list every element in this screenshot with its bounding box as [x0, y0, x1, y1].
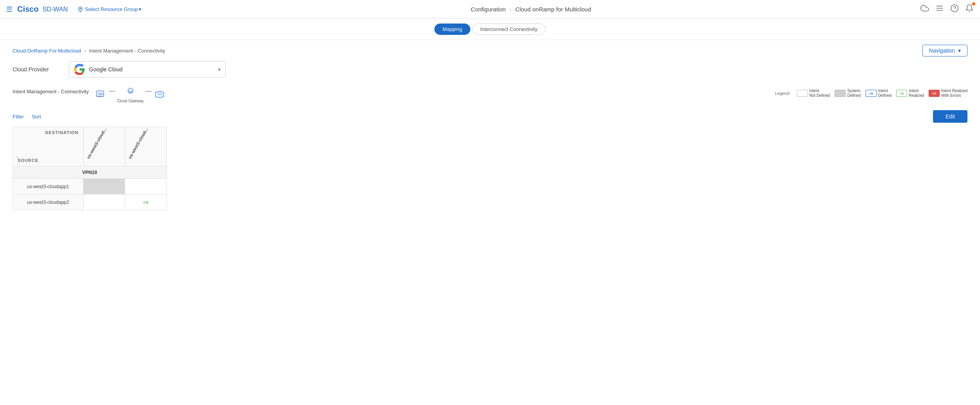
cloud-gateway-node: Cloud Gateway	[117, 85, 143, 103]
filter-sort-group: Filter Sort	[13, 114, 41, 120]
cloud-gateway-label: Cloud Gateway	[117, 99, 143, 103]
cloud-provider-text: Google Cloud	[89, 66, 214, 73]
legend-realized-errors: ⇒ Intent RealizedWith Errors	[929, 89, 967, 98]
cloud-provider-label: Cloud Provider	[13, 66, 60, 73]
legend-box-intent-defined: ⇒	[866, 90, 877, 97]
section-row-vpn10: VPN10	[13, 166, 167, 179]
vpc-node: VPC	[153, 88, 166, 101]
matrix-corner: DESTINATION SOURCE	[13, 127, 83, 166]
legend-box-errors: ⇒	[929, 90, 940, 97]
legend-box-not-defined	[797, 90, 808, 97]
logo-cisco: Cisco	[17, 5, 38, 14]
legend: Legend: IntentNot Defined SystemDefined …	[775, 85, 967, 98]
row-header-0: us-west3-cloudapp1	[13, 179, 83, 194]
location-icon	[77, 6, 83, 13]
resource-group-label: Select Resource Group	[85, 6, 138, 12]
col-header-1: us-west3-cloud...	[125, 127, 167, 166]
realized-arrow-icon: ⇒	[143, 198, 149, 207]
row-header-1: us-west3-cloudapp2	[13, 194, 83, 210]
cell-1-1[interactable]: ⇒	[125, 194, 167, 210]
table-row: us-west3-cloudapp1	[13, 179, 167, 194]
logo: Cisco SD-WAN	[17, 5, 68, 14]
svg-text:VPN: VPN	[98, 93, 103, 95]
resource-group-arrow: ▾	[139, 6, 142, 12]
legend-box-system	[835, 90, 846, 97]
connectivity-matrix: DESTINATION SOURCE us-west3-cloud... us-…	[13, 127, 167, 210]
cloud-select-arrow-icon: ▾	[218, 66, 221, 73]
chevron-down-icon: ▾	[958, 47, 961, 54]
section-header-vpn10: VPN10	[13, 166, 167, 179]
edit-container: Edit	[933, 110, 967, 123]
table-row: us-west3-cloudapp2 ⇒	[13, 194, 167, 210]
legend-intent-defined: ⇒ IntentDefined	[866, 89, 891, 98]
header: ☰ Cisco SD-WAN Select Resource Group ▾ C…	[0, 0, 980, 19]
svg-text:VPC 9: VPC 9	[98, 96, 103, 98]
list-icon[interactable]	[935, 4, 944, 15]
actions-row: Filter Sort Edit	[0, 106, 980, 127]
legend-label: Legend:	[775, 91, 791, 96]
navigation-button[interactable]: Navigation ▾	[922, 45, 967, 56]
cloud-icon[interactable]	[920, 4, 929, 15]
col-header-text-0: us-west3-cloud...	[86, 127, 107, 160]
resource-group-selector[interactable]: Select Resource Group ▾	[77, 6, 142, 13]
matrix-container: DESTINATION SOURCE us-west3-cloud... us-…	[0, 127, 980, 223]
page-title: Configuration · Cloud onRamp for Multicl…	[142, 6, 920, 13]
edit-button[interactable]: Edit	[933, 110, 967, 123]
filter-button[interactable]: Filter	[13, 114, 24, 120]
header-actions	[920, 4, 974, 15]
vpc-icon: VPC	[153, 88, 166, 101]
legend-intent-realized: ⇒ IntentRealized	[896, 89, 924, 98]
legend-system-defined: SystemDefined	[835, 89, 860, 98]
intent-diagram: VPN VPC 9 Cloud Gateway VP	[95, 85, 165, 103]
vpn-icon: VPN VPC 9	[95, 88, 107, 101]
col-header-text-1: us-west3-cloud...	[127, 127, 149, 160]
vpn-node: VPN VPC 9	[95, 88, 107, 101]
sort-button[interactable]: Sort	[32, 114, 41, 120]
tabs-bar: Mapping Interconnect Connectivity	[0, 19, 980, 40]
diagram-line-2	[145, 91, 152, 92]
col-header-0: us-west3-cloud...	[83, 127, 125, 166]
legend-box-realized: ⇒	[896, 90, 907, 97]
bell-icon[interactable]	[965, 4, 974, 15]
breadcrumb-separator: ›	[84, 48, 86, 54]
menu-icon[interactable]: ☰	[6, 5, 13, 14]
svg-point-3	[951, 5, 958, 12]
help-icon[interactable]	[950, 4, 959, 15]
tab-interconnect[interactable]: Interconnect Connectivity	[472, 24, 546, 35]
legend-not-defined: IntentNot Defined	[797, 89, 830, 98]
breadcrumb-current: Intent Management - Connectivity	[89, 48, 165, 54]
intent-label: Intent Management - Connectivity	[13, 85, 89, 94]
breadcrumb: Cloud OnRamp For Multicloud › Intent Man…	[13, 48, 165, 54]
breadcrumb-parent[interactable]: Cloud OnRamp For Multicloud	[13, 48, 81, 54]
source-label: SOURCE	[18, 158, 38, 163]
logo-sdwan: SD-WAN	[42, 6, 67, 13]
intent-management-row: Intent Management - Connectivity VPN VPC…	[0, 82, 980, 106]
tab-mapping[interactable]: Mapping	[434, 24, 470, 35]
cell-0-0[interactable]	[83, 179, 125, 194]
cell-0-1[interactable]	[125, 179, 167, 194]
cloud-provider-select[interactable]: Google Cloud ▾	[69, 61, 226, 78]
svg-text:VPC: VPC	[158, 93, 162, 95]
notification-badge	[972, 2, 975, 5]
cloud-provider-row: Cloud Provider Google Cloud ▾	[0, 56, 980, 82]
diagram-line-1	[109, 91, 115, 92]
cell-1-0[interactable]	[83, 194, 125, 210]
google-cloud-logo	[74, 64, 85, 75]
cloud-gateway-icon	[124, 85, 137, 98]
